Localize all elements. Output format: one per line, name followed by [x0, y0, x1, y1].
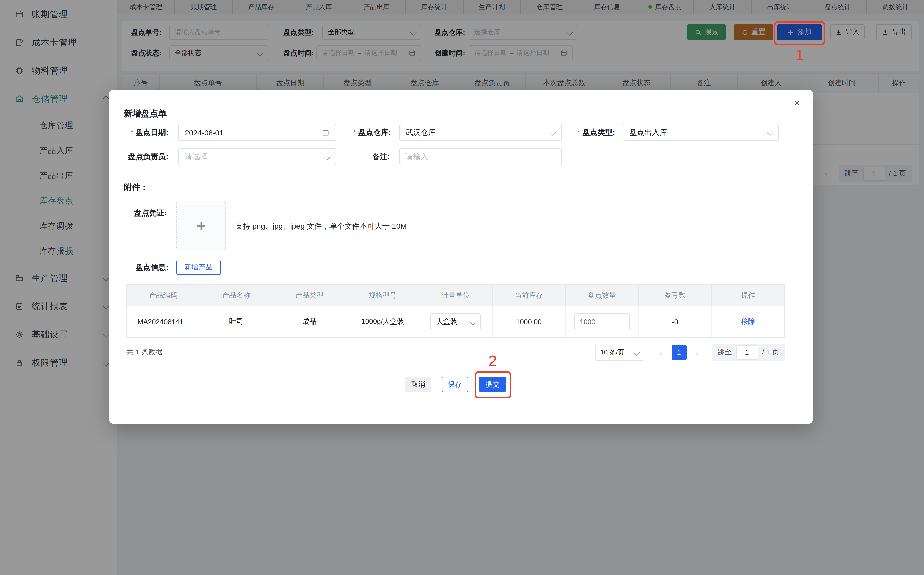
column-header: 产品名称 — [200, 285, 273, 306]
button-label: 取消 — [411, 380, 425, 389]
diff-cell: -0 — [639, 306, 712, 337]
product-table: 产品编码 产品名称 产品类型 规格型号 计量单位 当前库存 盘点数量 盈亏数 操… — [126, 284, 785, 338]
total-pages-label: / 1 页 — [762, 348, 779, 357]
cancel-button[interactable]: 取消 — [405, 376, 431, 392]
chevron-down-icon — [767, 129, 773, 135]
select-value: 10 条/页 — [600, 348, 624, 357]
next-page-icon[interactable]: › — [689, 348, 705, 357]
product-table-row: MA202408141... 吐司 成品 1000g/大盒装 大盒装 1000.… — [127, 306, 784, 337]
prev-page-icon[interactable]: ‹ — [653, 348, 668, 357]
current-page-button[interactable]: 1 — [671, 345, 687, 360]
select-value: 大盒装 — [436, 317, 457, 326]
input-placeholder: 请输入 — [406, 152, 428, 161]
info-label: 盘点信息: — [119, 259, 168, 276]
unit-select[interactable]: 大盒装 — [431, 313, 481, 330]
product-table-header: 产品编码 产品名称 产品类型 规格型号 计量单位 当前库存 盘点数量 盈亏数 操… — [127, 285, 784, 306]
remark-input[interactable]: 请输入 — [399, 148, 562, 165]
date-field-label: 盘点日期: — [119, 124, 168, 141]
modal-pagination: 共 1 条数据 10 条/页 ‹ 1 › 跳至 / 1 页 — [126, 344, 785, 361]
column-header: 盈亏数 — [639, 285, 712, 306]
app-root: 账期管理 成本卡管理 物料管理 仓储管理 仓库管理 产品入库 产品出库 库存盘点… — [0, 0, 924, 575]
manager-field-label: 盘点负责员: — [119, 148, 168, 165]
date-value: 2024-08-01 — [185, 128, 223, 137]
new-stocktaking-modal: 新增盘点单 × 盘点日期: 2024-08-01 盘点仓库: 武汉仓库 盘点类型… — [109, 90, 813, 424]
annotation-number-2: 2 — [485, 353, 500, 370]
stocktaking-date-input[interactable]: 2024-08-01 — [178, 124, 336, 141]
product-name-cell: 吐司 — [200, 306, 273, 337]
modal-warehouse-select[interactable]: 武汉仓库 — [399, 124, 562, 141]
column-header: 操作 — [712, 285, 784, 306]
modal-title: 新增盘点单 — [124, 108, 167, 119]
manager-select[interactable]: 请选择 — [178, 148, 336, 165]
column-header: 计量单位 — [420, 285, 493, 306]
column-header: 规格型号 — [347, 285, 420, 306]
count-cell — [566, 306, 639, 337]
select-value: 武汉仓库 — [406, 128, 436, 137]
annotation-box-1 — [774, 21, 825, 45]
current-stock-cell: 1000.00 — [493, 306, 566, 337]
annotation-number-1: 1 — [792, 46, 807, 64]
close-icon[interactable]: × — [794, 98, 800, 108]
select-placeholder: 请选择 — [185, 152, 208, 161]
page-jump-input[interactable] — [736, 345, 758, 359]
save-button[interactable]: 保存 — [442, 376, 468, 392]
remark-field-label: 备注: — [340, 148, 390, 165]
unit-cell: 大盒装 — [420, 306, 493, 337]
upload-dropzone[interactable]: + — [177, 201, 226, 250]
jump-label: 跳至 — [718, 348, 732, 357]
type-field-label: 盘点类型: — [565, 124, 615, 141]
product-type-cell: 成品 — [273, 306, 346, 337]
add-product-button[interactable]: 新增产品 — [177, 260, 221, 275]
select-value: 盘点出入库 — [629, 128, 667, 137]
chevron-down-icon — [550, 129, 556, 135]
chevron-down-icon — [470, 318, 476, 325]
column-header: 产品编码 — [127, 285, 200, 306]
total-count-label: 共 1 条数据 — [126, 348, 162, 357]
page-size-select[interactable]: 10 条/页 — [595, 345, 644, 360]
column-header: 盘点数量 — [566, 285, 639, 306]
product-spec-cell: 1000g/大盒装 — [347, 306, 420, 337]
button-label: 保存 — [448, 380, 462, 389]
button-label: 新增产品 — [184, 263, 213, 272]
annotation-box-2 — [475, 371, 511, 398]
chevron-down-icon — [324, 153, 330, 160]
product-code-cell: MA202408141... — [127, 306, 200, 337]
modal-type-select[interactable]: 盘点出入库 — [623, 124, 779, 141]
chevron-down-icon — [633, 349, 639, 356]
column-header: 当前库存 — [493, 285, 566, 306]
jump-to-page-group: 跳至 / 1 页 — [712, 344, 785, 361]
upload-hint: 支持 png、jpg、jpeg 文件，单个文件不可大于 10M — [235, 222, 407, 231]
count-input[interactable] — [574, 313, 630, 330]
attachment-section-title: 附件： — [124, 182, 148, 193]
voucher-label: 盘点凭证: — [119, 205, 167, 222]
column-header: 产品类型 — [273, 285, 346, 306]
remove-link[interactable]: 移除 — [712, 306, 784, 337]
warehouse-field-label: 盘点仓库: — [340, 124, 391, 141]
calendar-icon — [322, 129, 329, 136]
upload-plus-icon: + — [196, 216, 206, 235]
